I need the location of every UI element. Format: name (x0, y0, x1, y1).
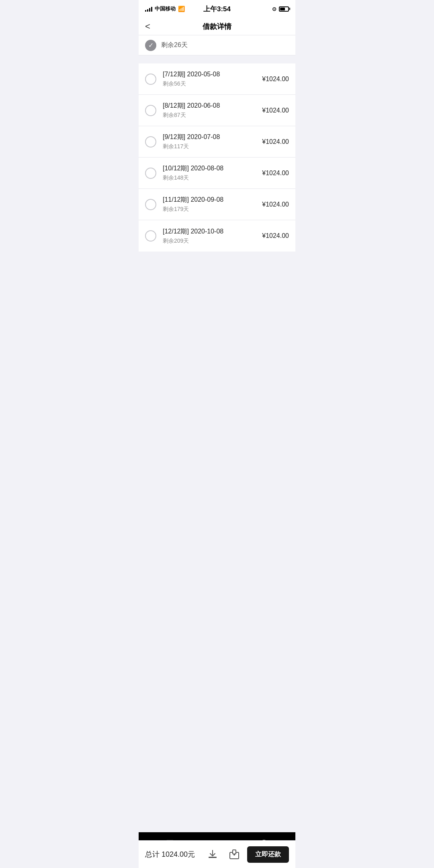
item-days-10-12: 剩余148天 (163, 174, 262, 182)
download-button[interactable] (204, 845, 221, 863)
item-days-8-12: 剩余87天 (163, 112, 262, 119)
item-period-10-12: [10/12期] 2020-08-08 (163, 164, 262, 173)
total-amount: 总计 1024.00元 (145, 850, 195, 859)
svg-rect-0 (209, 857, 217, 858)
loan-item-7-12[interactable]: [7/12期] 2020-05-08 剩余56天 ¥1024.00 (139, 63, 295, 95)
item-amount-7-12: ¥1024.00 (262, 76, 289, 83)
item-days-12-12: 剩余209天 (163, 237, 262, 245)
first-loan-item-checked[interactable]: ✓ 剩余26天 (139, 35, 295, 55)
battery-icon (279, 6, 289, 12)
separator-1 (139, 55, 295, 59)
pay-now-button[interactable]: 立即还款 (247, 846, 289, 863)
back-button[interactable]: < (145, 21, 154, 32)
status-bar: 中国移动 📶 上午3:54 ⊙ (139, 0, 295, 18)
scrollable-content: ✓ 剩余26天 [7/12期] 2020-05-08 剩余56天 ¥1024.0… (139, 35, 295, 832)
wifi-icon: 📶 (178, 6, 185, 12)
nav-bar: < 借款详情 (139, 18, 295, 35)
item-info-10-12: [10/12期] 2020-08-08 剩余148天 (163, 164, 262, 182)
item-days-7-12: 剩余56天 (163, 80, 262, 88)
radio-button-9-12[interactable] (145, 136, 156, 147)
status-right: ⊙ (272, 6, 289, 12)
item-period-9-12: [9/12期] 2020-07-08 (163, 133, 262, 141)
item-info-8-12: [8/12期] 2020-06-08 剩余87天 (163, 102, 262, 119)
status-time: 上午3:54 (203, 4, 231, 14)
signal-bar-4 (151, 7, 152, 12)
first-item-remaining: 剩余26天 (161, 41, 188, 48)
item-period-11-12: [11/12期] 2020-09-08 (163, 196, 262, 204)
radio-button-12-12[interactable] (145, 230, 156, 242)
svg-point-4 (233, 854, 235, 856)
item-period-7-12: [7/12期] 2020-05-08 (163, 70, 262, 79)
signal-bar-3 (149, 8, 150, 12)
signal-bar-2 (147, 9, 148, 12)
bottom-bar: 总计 1024.00元 立即还款 (139, 840, 295, 868)
item-info-12-12: [12/12期] 2020-10-08 剩余209天 (163, 227, 262, 245)
loan-item-9-12[interactable]: [9/12期] 2020-07-08 剩余117天 ¥1024.00 (139, 126, 295, 158)
carrier-label: 中国移动 (155, 5, 176, 12)
item-info-7-12: [7/12期] 2020-05-08 剩余56天 (163, 70, 262, 88)
radio-button-10-12[interactable] (145, 168, 156, 179)
radio-button-7-12[interactable] (145, 74, 156, 85)
share-icon (229, 849, 240, 860)
item-days-9-12: 剩余117天 (163, 143, 262, 150)
battery-fill (280, 8, 285, 10)
item-amount-12-12: ¥1024.00 (262, 232, 289, 240)
item-days-11-12: 剩余179天 (163, 206, 262, 213)
signal-bar-1 (145, 10, 146, 12)
loan-items-list: [7/12期] 2020-05-08 剩余56天 ¥1024.00 [8/12期… (139, 63, 295, 252)
item-info-11-12: [11/12期] 2020-09-08 剩余179天 (163, 196, 262, 213)
download-icon (207, 849, 218, 860)
item-amount-11-12: ¥1024.00 (262, 201, 289, 208)
bottom-actions: 立即还款 (204, 845, 289, 863)
lock-icon: ⊙ (272, 6, 276, 12)
loan-item-12-12[interactable]: [12/12期] 2020-10-08 剩余209天 ¥1024.00 (139, 220, 295, 252)
check-circle-icon: ✓ (145, 40, 156, 51)
item-period-12-12: [12/12期] 2020-10-08 (163, 227, 262, 236)
item-amount-8-12: ¥1024.00 (262, 107, 289, 114)
signal-bars-icon (145, 6, 152, 12)
loan-item-10-12[interactable]: [10/12期] 2020-08-08 剩余148天 ¥1024.00 (139, 158, 295, 189)
radio-button-11-12[interactable] (145, 199, 156, 210)
phone-content: 中国移动 📶 上午3:54 ⊙ < 借款详情 ✓ 剩余26天 (139, 0, 295, 832)
item-amount-10-12: ¥1024.00 (262, 170, 289, 177)
phone-wrapper: 中国移动 📶 上午3:54 ⊙ < 借款详情 ✓ 剩余26天 (139, 0, 295, 868)
page-title: 借款详情 (203, 22, 231, 31)
loan-item-8-12[interactable]: [8/12期] 2020-06-08 剩余87天 ¥1024.00 (139, 95, 295, 126)
status-left: 中国移动 📶 (145, 5, 185, 12)
item-period-8-12: [8/12期] 2020-06-08 (163, 102, 262, 110)
item-info-9-12: [9/12期] 2020-07-08 剩余117天 (163, 133, 262, 150)
loan-item-11-12[interactable]: [11/12期] 2020-09-08 剩余179天 ¥1024.00 (139, 189, 295, 220)
svg-rect-3 (233, 850, 236, 854)
share-button[interactable] (225, 845, 243, 863)
radio-button-8-12[interactable] (145, 105, 156, 116)
svg-rect-1 (212, 850, 213, 855)
item-amount-9-12: ¥1024.00 (262, 138, 289, 145)
